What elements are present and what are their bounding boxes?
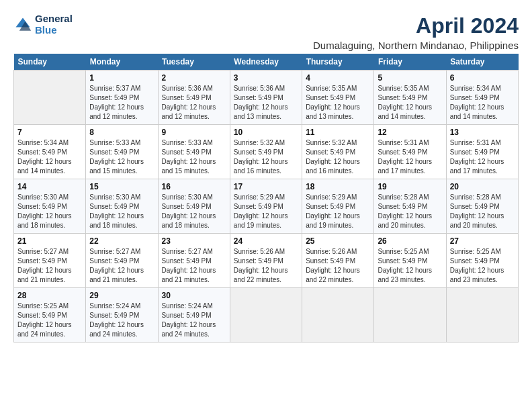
day-number: 16	[162, 182, 226, 191]
calendar-cell: 21Sunrise: 5:27 AMSunset: 5:49 PMDayligh…	[14, 234, 86, 288]
day-info: Sunrise: 5:26 AMSunset: 5:49 PMDaylight:…	[234, 247, 298, 285]
calendar-cell: 18Sunrise: 5:29 AMSunset: 5:49 PMDayligh…	[302, 179, 374, 234]
calendar-cell: 10Sunrise: 5:32 AMSunset: 5:49 PMDayligh…	[230, 125, 302, 179]
calendar-cell: 4Sunrise: 5:35 AMSunset: 5:49 PMDaylight…	[302, 71, 374, 125]
day-number: 24	[234, 236, 298, 246]
calendar-cell	[302, 288, 374, 342]
day-number: 6	[450, 73, 515, 83]
days-header-row: SundayMondayTuesdayWednesdayThursdayFrid…	[14, 54, 519, 71]
day-number: 19	[378, 182, 442, 191]
calendar-cell	[446, 288, 518, 342]
day-info: Sunrise: 5:35 AMSunset: 5:49 PMDaylight:…	[378, 84, 442, 122]
calendar-cell: 28Sunrise: 5:25 AMSunset: 5:49 PMDayligh…	[14, 288, 86, 342]
day-info: Sunrise: 5:27 AMSunset: 5:49 PMDaylight:…	[17, 247, 82, 285]
day-info: Sunrise: 5:35 AMSunset: 5:49 PMDaylight:…	[306, 84, 370, 122]
day-number: 5	[378, 73, 442, 83]
day-info: Sunrise: 5:32 AMSunset: 5:49 PMDaylight:…	[306, 138, 370, 176]
day-info: Sunrise: 5:30 AMSunset: 5:49 PMDaylight:…	[17, 193, 82, 230]
day-header-saturday: Saturday	[446, 54, 518, 71]
calendar-cell: 20Sunrise: 5:28 AMSunset: 5:49 PMDayligh…	[446, 179, 518, 234]
calendar-week-row: 28Sunrise: 5:25 AMSunset: 5:49 PMDayligh…	[14, 288, 519, 342]
calendar-cell: 17Sunrise: 5:29 AMSunset: 5:49 PMDayligh…	[230, 179, 302, 234]
day-number: 30	[162, 291, 226, 300]
calendar-cell: 2Sunrise: 5:36 AMSunset: 5:49 PMDaylight…	[158, 71, 230, 125]
day-number: 4	[306, 73, 370, 83]
day-number: 7	[17, 128, 82, 137]
calendar-week-row: 7Sunrise: 5:34 AMSunset: 5:49 PMDaylight…	[14, 125, 519, 179]
day-info: Sunrise: 5:25 AMSunset: 5:49 PMDaylight:…	[450, 247, 515, 285]
day-header-monday: Monday	[86, 54, 158, 71]
day-header-friday: Friday	[374, 54, 446, 71]
day-number: 23	[162, 236, 226, 246]
day-header-tuesday: Tuesday	[158, 54, 230, 71]
calendar-week-row: 1Sunrise: 5:37 AMSunset: 5:49 PMDaylight…	[14, 71, 519, 125]
day-number: 11	[306, 128, 370, 137]
day-info: Sunrise: 5:25 AMSunset: 5:49 PMDaylight:…	[17, 302, 82, 339]
day-info: Sunrise: 5:31 AMSunset: 5:49 PMDaylight:…	[450, 138, 515, 176]
day-info: Sunrise: 5:36 AMSunset: 5:49 PMDaylight:…	[162, 84, 226, 122]
calendar-cell	[374, 288, 446, 342]
day-info: Sunrise: 5:26 AMSunset: 5:49 PMDaylight:…	[306, 247, 370, 285]
day-info: Sunrise: 5:37 AMSunset: 5:49 PMDaylight:…	[89, 84, 154, 122]
day-info: Sunrise: 5:25 AMSunset: 5:49 PMDaylight:…	[378, 247, 442, 285]
calendar-cell: 1Sunrise: 5:37 AMSunset: 5:49 PMDaylight…	[86, 71, 158, 125]
day-number: 13	[450, 128, 515, 137]
day-info: Sunrise: 5:34 AMSunset: 5:49 PMDaylight:…	[450, 84, 515, 122]
calendar-cell: 11Sunrise: 5:32 AMSunset: 5:49 PMDayligh…	[302, 125, 374, 179]
calendar-cell: 12Sunrise: 5:31 AMSunset: 5:49 PMDayligh…	[374, 125, 446, 179]
logo-icon	[13, 15, 32, 34]
day-number: 15	[89, 182, 154, 191]
day-info: Sunrise: 5:30 AMSunset: 5:49 PMDaylight:…	[162, 193, 226, 230]
day-number: 14	[17, 182, 82, 191]
day-info: Sunrise: 5:36 AMSunset: 5:49 PMDaylight:…	[234, 84, 298, 122]
calendar-cell: 9Sunrise: 5:33 AMSunset: 5:49 PMDaylight…	[158, 125, 230, 179]
page-header: General Blue April 2024 Dumalaguing, Nor…	[13, 13, 519, 51]
day-info: Sunrise: 5:24 AMSunset: 5:49 PMDaylight:…	[89, 302, 154, 339]
day-info: Sunrise: 5:32 AMSunset: 5:49 PMDaylight:…	[234, 138, 298, 176]
calendar-cell: 16Sunrise: 5:30 AMSunset: 5:49 PMDayligh…	[158, 179, 230, 234]
calendar-table: SundayMondayTuesdayWednesdayThursdayFrid…	[13, 54, 519, 342]
calendar-cell: 25Sunrise: 5:26 AMSunset: 5:49 PMDayligh…	[302, 234, 374, 288]
calendar-cell: 3Sunrise: 5:36 AMSunset: 5:49 PMDaylight…	[230, 71, 302, 125]
calendar-cell: 14Sunrise: 5:30 AMSunset: 5:49 PMDayligh…	[14, 179, 86, 234]
day-number: 3	[234, 73, 298, 83]
calendar-cell: 27Sunrise: 5:25 AMSunset: 5:49 PMDayligh…	[446, 234, 518, 288]
day-info: Sunrise: 5:34 AMSunset: 5:49 PMDaylight:…	[17, 138, 82, 176]
day-info: Sunrise: 5:31 AMSunset: 5:49 PMDaylight:…	[378, 138, 442, 176]
day-number: 22	[89, 236, 154, 246]
day-number: 17	[234, 182, 298, 191]
calendar-cell: 19Sunrise: 5:28 AMSunset: 5:49 PMDayligh…	[374, 179, 446, 234]
calendar-week-row: 14Sunrise: 5:30 AMSunset: 5:49 PMDayligh…	[14, 179, 519, 234]
day-header-wednesday: Wednesday	[230, 54, 302, 71]
calendar-cell: 29Sunrise: 5:24 AMSunset: 5:49 PMDayligh…	[86, 288, 158, 342]
day-info: Sunrise: 5:30 AMSunset: 5:49 PMDaylight:…	[89, 193, 154, 230]
calendar-cell: 6Sunrise: 5:34 AMSunset: 5:49 PMDaylight…	[446, 71, 518, 125]
day-info: Sunrise: 5:27 AMSunset: 5:49 PMDaylight:…	[89, 247, 154, 285]
day-number: 18	[306, 182, 370, 191]
calendar-cell: 15Sunrise: 5:30 AMSunset: 5:49 PMDayligh…	[86, 179, 158, 234]
calendar-cell: 26Sunrise: 5:25 AMSunset: 5:49 PMDayligh…	[374, 234, 446, 288]
logo-text: General Blue	[35, 13, 73, 36]
day-number: 20	[450, 182, 515, 191]
day-number: 8	[89, 128, 154, 137]
calendar-cell	[230, 288, 302, 342]
day-number: 21	[17, 236, 82, 246]
day-number: 29	[89, 291, 154, 300]
location-subtitle: Dumalaguing, Northern Mindanao, Philippi…	[313, 40, 519, 51]
day-info: Sunrise: 5:24 AMSunset: 5:49 PMDaylight:…	[162, 302, 226, 339]
day-number: 10	[234, 128, 298, 137]
day-info: Sunrise: 5:28 AMSunset: 5:49 PMDaylight:…	[378, 193, 442, 230]
day-number: 25	[306, 236, 370, 246]
day-info: Sunrise: 5:29 AMSunset: 5:49 PMDaylight:…	[306, 193, 370, 230]
calendar-cell: 22Sunrise: 5:27 AMSunset: 5:49 PMDayligh…	[86, 234, 158, 288]
calendar-cell: 7Sunrise: 5:34 AMSunset: 5:49 PMDaylight…	[14, 125, 86, 179]
day-number: 27	[450, 236, 515, 246]
calendar-cell	[14, 71, 86, 125]
logo: General Blue	[13, 13, 73, 36]
calendar-week-row: 21Sunrise: 5:27 AMSunset: 5:49 PMDayligh…	[14, 234, 519, 288]
calendar-cell: 23Sunrise: 5:27 AMSunset: 5:49 PMDayligh…	[158, 234, 230, 288]
day-number: 28	[17, 291, 82, 300]
calendar-cell: 24Sunrise: 5:26 AMSunset: 5:49 PMDayligh…	[230, 234, 302, 288]
calendar-cell: 13Sunrise: 5:31 AMSunset: 5:49 PMDayligh…	[446, 125, 518, 179]
calendar-body: 1Sunrise: 5:37 AMSunset: 5:49 PMDaylight…	[14, 71, 519, 342]
